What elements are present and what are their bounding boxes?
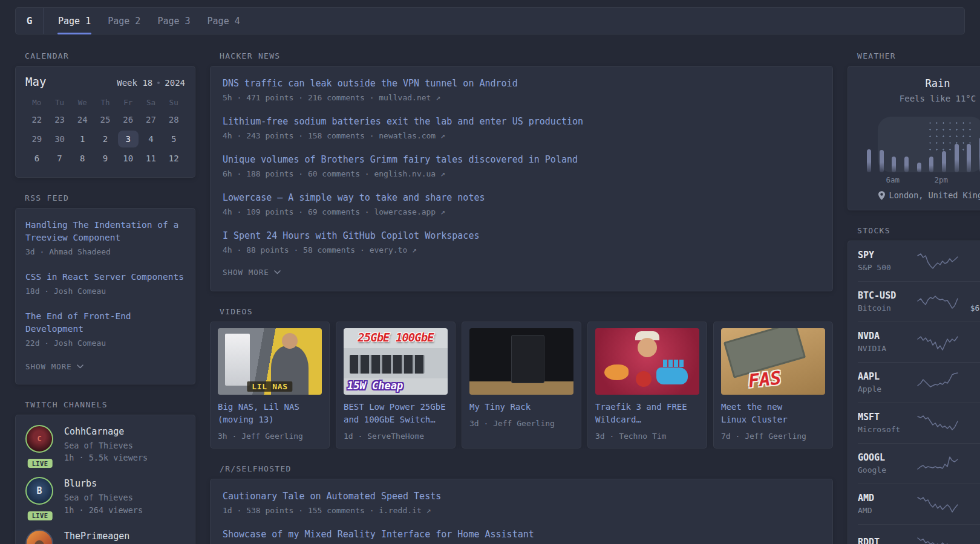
weather-hour-label (874, 175, 886, 184)
reddit-item-title[interactable]: Cautionary Tale on Automated Speed Tests (223, 490, 820, 503)
twitch-avatar-wrap: CLIVE (25, 425, 54, 464)
video-title[interactable]: BEST Low Power 25GbEand 100GbE Switch… (344, 401, 448, 426)
video-card[interactable]: LIL NASBig NAS, Lil NAS(moving 13)3h · J… (210, 322, 330, 448)
stock-change: +6.87% (959, 371, 980, 382)
reddit-item: Showcase of my Mixed Reality Interface f… (223, 522, 820, 544)
video-title[interactable]: Traefik 3 and FREEWildcard… (595, 401, 699, 426)
twitch-channel-row[interactable]: CLIVECohhCarnageSea of Thieves1h · 5.5k … (25, 425, 185, 464)
video-thumbnail[interactable] (469, 328, 573, 395)
show-more-label: SHOW MORE (25, 362, 72, 371)
video-thumbnail[interactable]: FAS (721, 328, 825, 395)
stock-symbol: GOOGL (858, 452, 916, 463)
stocks-section-label: STOCKS (857, 226, 980, 235)
calendar-day-number: 23 (54, 115, 65, 125)
app-logo[interactable]: G (16, 8, 44, 34)
tab-page-4[interactable]: Page 4 (199, 8, 249, 34)
hackernews-item-title[interactable]: DNS traffic can leak outside the VPN tun… (223, 77, 820, 90)
stock-name: Apple (858, 384, 916, 393)
reddit-item-title[interactable]: Showcase of my Mixed Reality Interface f… (223, 528, 820, 541)
stock-price: $61,725.48 (959, 303, 980, 312)
stock-symbol: NVDA (858, 331, 916, 342)
dashboard-columns: CALENDAR May Week 18 2024 MoTuWeThFrSaSu… (15, 51, 965, 544)
hackernews-item-title[interactable]: Unique volumes of Brothers Grimm fairy t… (223, 154, 820, 166)
thumbnail-text: 15W Cheap (347, 380, 403, 392)
stock-values: +2.16%$406.43 (959, 412, 980, 434)
calendar-day-number: 7 (57, 154, 62, 163)
video-title-line: Wildcard… (595, 413, 699, 426)
hackernews-item-title[interactable]: Lithium-free sodium batteries exit the l… (223, 115, 820, 128)
stock-row[interactable]: MSFTMicrosoft+2.16%$406.43 (858, 403, 980, 443)
video-card[interactable]: 25GbE 100GbE15W CheapBEST Low Power 25Gb… (336, 322, 456, 448)
rss-item-title[interactable]: Handling The Indentation of a Treeview C… (25, 219, 185, 244)
stock-info: MSFTMicrosoft (858, 412, 916, 434)
chevron-down-icon (274, 270, 281, 274)
stock-values: +1.29%$511.57 (959, 250, 980, 272)
calendar-year: 2024 (165, 78, 185, 88)
video-title[interactable]: Meet the newLinux Cluster (721, 401, 825, 426)
hackernews-show-more-button[interactable]: SHOW MORE (223, 261, 281, 286)
reddit-item-meta: 1d · 538 points · 155 comments · i.redd.… (223, 506, 820, 516)
hackernews-item-title[interactable]: Lowercase – A simple way to take and sha… (223, 192, 820, 204)
video-title[interactable]: Big NAS, Lil NAS(moving 13) (218, 401, 322, 426)
weather-bar-slot (887, 113, 900, 172)
calendar-day: 23 (48, 111, 71, 129)
stock-row[interactable]: NVDANVIDIA+3.52%$888.40 (858, 322, 980, 362)
video-meta: 7d · Jeff Geerling (721, 432, 825, 441)
weather-hour-label (971, 175, 980, 184)
hackernews-item: DNS traffic can leak outside the VPN tun… (223, 71, 820, 109)
twitch-channel-name: ThePrimeagen (64, 531, 129, 542)
calendar-day-number: 24 (77, 115, 88, 125)
calendar-day: 26 (117, 111, 140, 129)
stock-row[interactable]: BTC-USDBitcoin+4.40%$61,725.48 (858, 281, 980, 322)
twitch-channel-row[interactable]: ThePrimeagen (25, 529, 185, 544)
video-card[interactable]: FASMeet the newLinux Cluster7d · Jeff Ge… (713, 322, 833, 448)
calendar-day: 11 (140, 149, 163, 167)
rss-item-title[interactable]: CSS in React Server Components (25, 271, 185, 283)
weather-hour-label: 2pm (935, 175, 949, 184)
video-title[interactable]: My Tiny Rack (469, 401, 573, 413)
rss-item-title[interactable]: The End of Front-End Development (25, 310, 185, 335)
stock-row[interactable]: AAPLApple+6.87%$184.91 (858, 362, 980, 403)
weather-bar (917, 163, 921, 172)
stock-change: +1.29% (959, 250, 980, 261)
stock-values: +0.10%$166.78 (959, 452, 980, 474)
twitch-channel-game: Sea of Thieves (64, 491, 143, 504)
stock-name: Bitcoin (858, 303, 916, 312)
calendar-day-selected: 3 (117, 130, 140, 148)
twitch-avatar: C (25, 425, 53, 453)
video-card[interactable]: My Tiny Rack3d · Jeff Geerling (462, 322, 581, 448)
twitch-channel-name: Blurbs (64, 478, 143, 489)
stock-sparkline-wrap (916, 251, 959, 271)
stock-row[interactable]: RDDT-1.65% (858, 524, 980, 544)
stock-row[interactable]: AMDAMD+2.94%$150.45 (858, 484, 980, 524)
video-meta: 3d · Techno Tim (595, 432, 699, 441)
tab-page-2[interactable]: Page 2 (99, 8, 149, 34)
calendar-day-number: 11 (146, 154, 156, 163)
video-thumbnail[interactable]: LIL NAS (218, 328, 322, 395)
tab-page-3[interactable]: Page 3 (149, 8, 198, 34)
rss-show-more-button[interactable]: SHOW MORE (25, 355, 83, 380)
thumbnail-text: FAS (747, 367, 782, 391)
calendar-day: 25 (94, 111, 117, 129)
video-thumbnail[interactable] (595, 328, 699, 395)
weather-bar-slot (962, 113, 975, 172)
video-title-line: Big NAS, Lil NAS (218, 401, 322, 413)
tab-page-1[interactable]: Page 1 (50, 8, 99, 34)
video-card[interactable]: Traefik 3 and FREEWildcard…3d · Techno T… (587, 322, 707, 448)
stock-name: Microsoft (858, 425, 916, 434)
twitch-channel-row[interactable]: BLIVEBlurbsSea of Thieves1h · 264 viewer… (25, 477, 185, 516)
thumbnail-art (604, 364, 629, 380)
weather-hour-label (900, 175, 911, 184)
weather-bar (967, 144, 971, 172)
calendar-day: 30 (48, 130, 71, 148)
stock-sparkline (916, 453, 959, 474)
video-thumbnail[interactable]: 25GbE 100GbE15W Cheap (344, 328, 448, 395)
stock-row[interactable]: SPYS&P 500+1.29%$511.57 (858, 241, 980, 281)
twitch-avatar (25, 529, 53, 544)
stock-values: +2.94%$150.45 (959, 493, 980, 515)
hackernews-item-title[interactable]: I Spent 24 Hours with GitHub Copilot Wor… (223, 230, 820, 242)
thumbnail-art (350, 355, 425, 374)
thumbnail-art (511, 335, 544, 383)
twitch-avatar-wrap (25, 529, 54, 544)
stock-row[interactable]: GOOGLGoogle+0.10%$166.78 (858, 443, 980, 484)
